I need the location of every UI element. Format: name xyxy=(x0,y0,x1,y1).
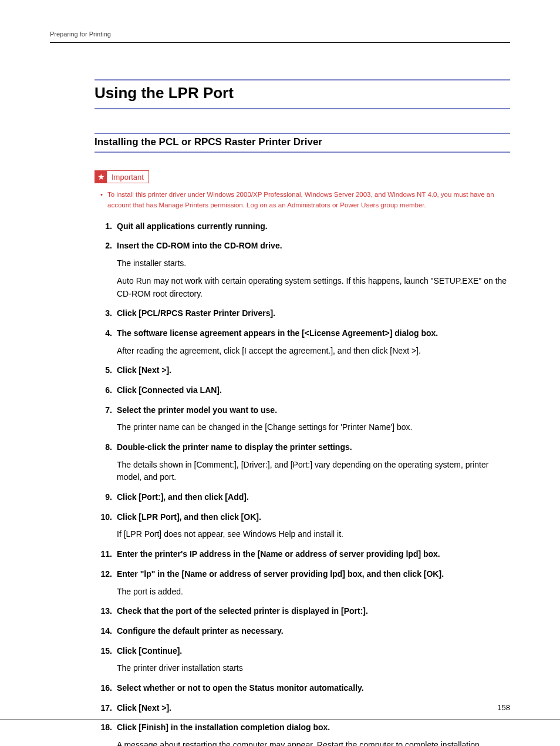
step-item: The software license agreement appears i… xyxy=(95,327,510,357)
important-badge: ★ Important xyxy=(95,170,149,183)
step-body: If [LPR Port] does not appear, see Windo… xyxy=(117,528,510,541)
page-title: Using the LPR Port xyxy=(95,84,510,102)
steps-list: Quit all applications currently running.… xyxy=(95,220,510,746)
step-body: The printer name can be changed in the [… xyxy=(117,421,510,434)
page-number: 158 xyxy=(497,703,510,712)
step-title: Click [Connected via LAN]. xyxy=(117,384,510,397)
step-title: Click [Port:], and then click [Add]. xyxy=(117,491,510,504)
step-title: Click [LPR Port], and then click [OK]. xyxy=(117,511,510,524)
step-title: Configure the default printer as necessa… xyxy=(117,625,510,638)
important-label: Important xyxy=(107,173,149,182)
step-title: Check that the port of the selected prin… xyxy=(117,605,510,618)
star-icon: ★ xyxy=(95,171,107,183)
step-item: Click [PCL/RPCS Raster Printer Drivers]. xyxy=(95,307,510,320)
step-item: Check that the port of the selected prin… xyxy=(95,605,510,618)
step-title: Select whether or not to open the Status… xyxy=(117,682,510,695)
step-item: Configure the default printer as necessa… xyxy=(95,625,510,638)
step-title: The software license agreement appears i… xyxy=(117,327,510,340)
step-item: Click [Next >]. xyxy=(95,702,510,715)
step-item: Double-click the printer name to display… xyxy=(95,441,510,484)
step-item: Click [Connected via LAN]. xyxy=(95,384,510,397)
step-item: Select whether or not to open the Status… xyxy=(95,682,510,695)
step-title: Quit all applications currently running. xyxy=(117,220,510,233)
step-item: Insert the CD-ROM into the CD-ROM drive.… xyxy=(95,240,510,300)
step-item: Click [Finish] in the installation compl… xyxy=(95,721,510,746)
important-note: To install this printer driver under Win… xyxy=(107,189,510,211)
page-title-block: Using the LPR Port xyxy=(95,79,510,109)
step-body: The installer starts. xyxy=(117,257,510,270)
step-title: Select the printer model you want to use… xyxy=(117,404,510,417)
step-item: Click [LPR Port], and then click [OK].If… xyxy=(95,511,510,541)
step-item: Click [Continue].The printer driver inst… xyxy=(95,645,510,675)
step-title: Click [PCL/RPCS Raster Printer Drivers]. xyxy=(117,307,510,320)
step-title: Click [Next >]. xyxy=(117,702,510,715)
step-item: Click [Next >]. xyxy=(95,364,510,377)
step-title: Enter "lp" in the [Name or address of se… xyxy=(117,568,510,581)
step-body: The port is added. xyxy=(117,586,510,599)
running-head: Preparing for Printing xyxy=(50,31,510,43)
section-heading: Installing the PCL or RPCS Raster Printe… xyxy=(95,136,510,148)
step-item: Enter "lp" in the [Name or address of se… xyxy=(95,568,510,598)
step-title: Double-click the printer name to display… xyxy=(117,441,510,454)
step-body: Auto Run may not work with certain opera… xyxy=(117,275,510,300)
step-title: Enter the printer's IP address in the [N… xyxy=(117,548,510,561)
step-item: Click [Port:], and then click [Add]. xyxy=(95,491,510,504)
step-title: Insert the CD-ROM into the CD-ROM drive. xyxy=(117,240,510,253)
step-body: The printer driver installation starts xyxy=(117,662,510,675)
step-title: Click [Finish] in the installation compl… xyxy=(117,721,510,734)
section-heading-block: Installing the PCL or RPCS Raster Printe… xyxy=(95,133,510,153)
step-item: Quit all applications currently running. xyxy=(95,220,510,233)
step-body: A message about restarting the computer … xyxy=(117,739,510,746)
step-title: Click [Next >]. xyxy=(117,364,510,377)
step-item: Enter the printer's IP address in the [N… xyxy=(95,548,510,561)
step-body: The details shown in [Comment:], [Driver… xyxy=(117,459,510,484)
footer-rule xyxy=(0,720,560,720)
step-item: Select the printer model you want to use… xyxy=(95,404,510,434)
step-body: After reading the agreement, click [I ac… xyxy=(117,345,510,358)
step-title: Click [Continue]. xyxy=(117,645,510,658)
